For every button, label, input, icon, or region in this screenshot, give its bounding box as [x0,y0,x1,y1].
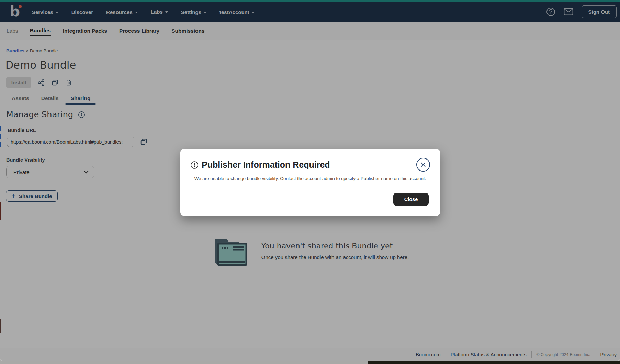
close-icon[interactable] [416,158,430,172]
alert-icon [190,161,199,169]
modal-title: Publisher Information Required [202,160,330,170]
screen: b Services Discover Resources Labs [0,0,620,364]
modal-body-text: We are unable to change bundle visibilit… [180,176,440,181]
modal-close-button[interactable]: Close [393,193,429,206]
modal-title-row: Publisher Information Required [190,160,330,170]
desktop-strip [0,361,620,364]
publisher-info-modal: Publisher Information Required We are un… [180,149,440,216]
desktop-strip-dark [368,361,620,364]
